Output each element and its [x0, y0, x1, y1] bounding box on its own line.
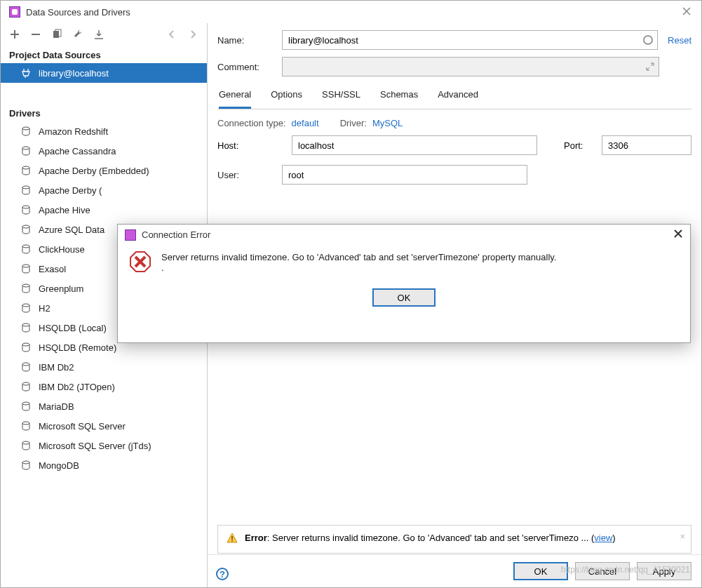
- user-input[interactable]: [282, 165, 527, 185]
- driver-label: Azure SQL Data: [39, 225, 104, 235]
- driver-label: MongoDB: [39, 460, 79, 471]
- driver-icon: [20, 243, 32, 255]
- app-icon: [9, 6, 20, 18]
- user-label: User:: [217, 170, 282, 180]
- reset-link[interactable]: Reset: [668, 35, 691, 46]
- driver-item[interactable]: IBM Db2 (JTOpen): [1, 377, 207, 396]
- driver-icon: [20, 283, 32, 294]
- driver-label: Apache Hive: [39, 205, 90, 215]
- driver-item[interactable]: Apache Derby (: [1, 180, 207, 200]
- driver-label: Amazon Redshift: [39, 126, 108, 137]
- ok-button[interactable]: OK: [513, 562, 568, 580]
- svg-point-6: [22, 206, 29, 208]
- nav-forward-icon[interactable]: [187, 29, 198, 40]
- error-panel: Error: Server returns invalid timezone. …: [217, 525, 691, 554]
- title-bar: Data Sources and Drivers: [1, 1, 701, 23]
- svg-point-4: [22, 166, 29, 169]
- port-label: Port:: [564, 140, 592, 151]
- driver-label: Exasol: [39, 264, 66, 274]
- modal-title: Connection Error: [142, 229, 668, 240]
- add-icon[interactable]: [9, 29, 20, 40]
- port-input[interactable]: [602, 135, 691, 155]
- svg-point-7: [22, 225, 29, 228]
- expand-icon[interactable]: [646, 62, 654, 71]
- driver-value[interactable]: MySQL: [372, 118, 403, 128]
- svg-point-5: [22, 186, 29, 189]
- datasource-label: library@localhost: [39, 68, 109, 79]
- svg-point-9: [22, 265, 29, 267]
- driver-icon: [20, 381, 32, 392]
- app-icon: [125, 229, 136, 241]
- tab-general[interactable]: General: [219, 83, 251, 109]
- tab-schemas[interactable]: Schemas: [380, 83, 418, 109]
- import-icon[interactable]: [93, 29, 104, 40]
- driver-label: Apache Derby (Embedded): [39, 166, 149, 176]
- tab-advanced[interactable]: Advanced: [438, 83, 478, 109]
- window-title: Data Sources and Drivers: [26, 7, 682, 18]
- driver-label: Apache Cassandra: [39, 146, 116, 156]
- tab-options[interactable]: Options: [271, 83, 302, 109]
- driver-label: IBM Db2: [39, 362, 74, 373]
- driver-icon: [20, 361, 32, 373]
- svg-point-10: [22, 284, 29, 287]
- driver-icon: [20, 165, 32, 176]
- datasource-item[interactable]: library@localhost: [1, 63, 207, 83]
- svg-rect-20: [231, 536, 233, 540]
- comment-input[interactable]: [282, 57, 659, 76]
- watermark: https://blog.csdn.net/qq_41530021: [561, 565, 690, 575]
- driver-icon: [20, 224, 32, 235]
- error-view-link[interactable]: view: [594, 533, 612, 543]
- driver-label: ClickHouse: [39, 244, 85, 255]
- driver-label: IBM Db2 (JTOpen): [39, 382, 115, 392]
- driver-label: Apache Derby (: [39, 185, 102, 196]
- driver-item[interactable]: MariaDB: [1, 396, 207, 416]
- nav-back-icon[interactable]: [166, 29, 177, 40]
- svg-point-18: [22, 441, 29, 444]
- driver-label: Microsoft SQL Server: [39, 421, 126, 432]
- host-input[interactable]: [292, 135, 537, 155]
- svg-point-17: [22, 422, 29, 425]
- remove-icon[interactable]: [30, 29, 41, 40]
- driver-icon: [20, 263, 32, 274]
- drivers-tree: Amazon RedshiftApache CassandraApache De…: [1, 121, 207, 587]
- driver-label: Microsoft SQL Server (jTds): [39, 441, 151, 451]
- modal-close-icon[interactable]: [673, 229, 683, 241]
- driver-item[interactable]: MongoDB: [1, 455, 207, 475]
- driver-icon: [20, 185, 32, 196]
- window-close-icon[interactable]: [682, 6, 693, 18]
- driver-label: Driver:: [340, 118, 367, 128]
- svg-point-2: [22, 127, 29, 130]
- help-icon[interactable]: ?: [216, 568, 229, 580]
- modal-ok-button[interactable]: OK: [372, 288, 436, 307]
- driver-item[interactable]: Apache Hive: [1, 200, 207, 220]
- driver-item[interactable]: Amazon Redshift: [1, 121, 207, 141]
- svg-point-19: [22, 461, 29, 464]
- name-input[interactable]: library@localhost: [282, 30, 658, 50]
- comment-label: Comment:: [217, 62, 282, 72]
- tab-sshssl[interactable]: SSH/SSL: [322, 83, 360, 109]
- svg-rect-21: [231, 540, 233, 542]
- svg-point-8: [22, 245, 29, 248]
- error-icon: [129, 250, 151, 273]
- driver-item[interactable]: Apache Cassandra: [1, 141, 207, 161]
- copy-icon[interactable]: [51, 29, 62, 40]
- svg-point-11: [22, 304, 29, 307]
- connection-error-modal: Connection Error Server returns invalid …: [117, 224, 691, 343]
- conn-type-label: Connection type:: [217, 118, 286, 128]
- driver-label: H2: [39, 303, 50, 314]
- svg-point-15: [22, 382, 29, 385]
- error-close-icon[interactable]: ×: [680, 531, 685, 542]
- color-picker-icon[interactable]: [643, 35, 653, 45]
- driver-label: MariaDB: [39, 401, 74, 412]
- driver-item[interactable]: Apache Derby (Embedded): [1, 161, 207, 180]
- conn-type-value[interactable]: default: [292, 118, 319, 128]
- driver-icon: [20, 145, 32, 156]
- svg-point-3: [22, 147, 29, 149]
- driver-item[interactable]: Microsoft SQL Server (jTds): [1, 436, 207, 455]
- wrench-icon[interactable]: [72, 29, 83, 40]
- driver-icon: [20, 126, 32, 137]
- driver-icon: [20, 342, 32, 353]
- driver-item[interactable]: Microsoft SQL Server: [1, 416, 207, 436]
- driver-item[interactable]: IBM Db2: [1, 357, 207, 377]
- driver-icon: [20, 401, 32, 412]
